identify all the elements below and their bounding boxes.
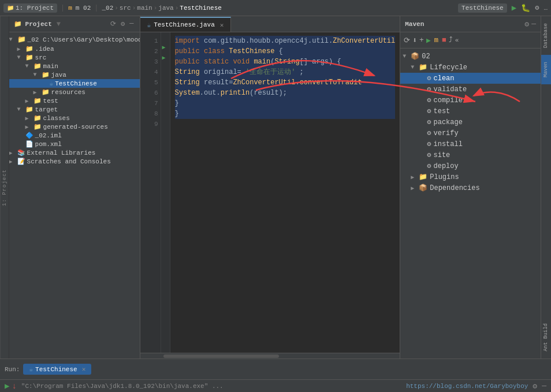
run-label: Run: xyxy=(5,366,20,373)
maven-item-plugins[interactable]: ▶ 📁 Plugins xyxy=(400,171,541,182)
toolbar-more[interactable]: … xyxy=(543,5,548,12)
spacer xyxy=(541,84,551,316)
maven-item-deploy[interactable]: ▶ ⚙ deploy xyxy=(400,160,541,171)
maven-add-icon[interactable]: + xyxy=(419,36,424,44)
arrow-icon: ▶ xyxy=(411,185,419,192)
editor-scrollbar[interactable] xyxy=(140,353,400,359)
arrow-src: ▼ xyxy=(17,54,25,61)
tree-label-testchinese: TestChinese xyxy=(55,80,97,87)
maven-minimize-icon[interactable]: — xyxy=(531,20,536,29)
project-panel-label[interactable]: 1: Project xyxy=(16,5,54,12)
maven-item-package[interactable]: ▶ ⚙ package xyxy=(400,117,541,128)
maven-jump-icon[interactable]: ⤴ xyxy=(449,36,453,44)
status-gear-icon[interactable]: ⚙ xyxy=(533,382,537,391)
maven-item-02[interactable]: ▼ 📦 02 xyxy=(400,51,541,62)
maven-title: Maven xyxy=(405,21,424,28)
gutter: ▶ ▶ xyxy=(161,32,170,353)
play-button[interactable]: ▶ xyxy=(5,381,9,391)
m02-label[interactable]: m 02 xyxy=(76,5,91,12)
java-tab-icon: ☕ xyxy=(147,21,151,29)
gear-icon-deploy: ⚙ xyxy=(427,162,431,170)
breadcrumb-main[interactable]: main xyxy=(137,5,152,12)
tree-item-testchinese[interactable]: ▶ ☕ TestChinese xyxy=(9,79,140,88)
maven-expand-icon[interactable]: « xyxy=(455,37,459,44)
maven-download-icon[interactable]: ⬇ xyxy=(412,36,417,45)
folder-icon: 📁 xyxy=(25,45,33,53)
maven-item-site[interactable]: ▶ ⚙ site xyxy=(400,150,541,160)
code-editor[interactable]: import com.github.houbb.opencc4j.util.Zh… xyxy=(170,32,400,353)
tree-label-generated: generated-sources xyxy=(43,124,108,130)
build-button[interactable]: ⚙ xyxy=(535,3,539,12)
maven-item-validate[interactable]: ▶ ⚙ validate xyxy=(400,84,541,95)
maven-stop-icon[interactable]: ■ xyxy=(442,36,446,44)
maven-header: Maven ⚙ — xyxy=(400,16,541,32)
minus-icon[interactable]: — xyxy=(128,19,135,29)
separator: | xyxy=(61,4,65,12)
status-minimize-icon[interactable]: — xyxy=(542,382,546,390)
tree-item-test[interactable]: ▶ 📁 test xyxy=(9,96,140,105)
close-tab-icon[interactable]: ✕ xyxy=(220,21,224,29)
maven-item-verify[interactable]: ▶ ⚙ verify xyxy=(400,128,541,139)
maven-item-test[interactable]: ▶ ⚙ test xyxy=(400,106,541,117)
arrow-icon: ▶ xyxy=(419,152,427,159)
arrow-res: ▶ xyxy=(33,89,42,96)
maven-side-tab[interactable]: Maven xyxy=(541,55,551,84)
maven-item-clean[interactable]: ▶ ⚙ clean xyxy=(400,73,541,84)
tree-item-iml[interactable]: ▶ 🔷 _02.iml xyxy=(9,131,140,140)
maven-label-02: 02 xyxy=(422,53,430,61)
maven-settings-icon[interactable]: ⚙ xyxy=(524,20,529,29)
tree-item-scratches[interactable]: ▶ 📝 Scratches and Consoles xyxy=(9,157,140,166)
tree-item-resources[interactable]: ▶ 📁 resources xyxy=(9,88,140,96)
sync-icon[interactable]: ⟳ xyxy=(109,19,117,29)
run-button[interactable]: ▶ xyxy=(512,3,516,13)
editor-tab-testchinese[interactable]: ☕ TestChinese.java ✕ xyxy=(140,17,232,32)
ant-build-tab[interactable]: Ant Build xyxy=(541,316,551,359)
maven-project-icon: 📦 xyxy=(411,52,419,61)
arrow-icon: ▶ xyxy=(419,97,427,104)
maven-label-install: install xyxy=(433,140,462,148)
run-target-selector[interactable]: TestChinese xyxy=(458,3,507,13)
maven-refresh-icon[interactable]: ⟳ xyxy=(404,36,410,45)
line-numbers: 1 2 3 4 5 6 7 8 9 xyxy=(140,32,161,353)
tree-item-target[interactable]: ▼ 📁 target xyxy=(9,105,140,114)
breadcrumb-testchinese[interactable]: TestChinese xyxy=(180,5,222,12)
editor-area: ☕ TestChinese.java ✕ 1 2 3 4 5 6 7 8 9 xyxy=(140,16,400,359)
project-indicator[interactable]: 📁 1: Project xyxy=(3,3,57,13)
settings-icon[interactable]: ⚙ xyxy=(120,19,126,29)
breadcrumb-java[interactable]: java xyxy=(158,5,173,12)
tree-item-classes[interactable]: ▶ 📁 classes xyxy=(9,114,140,122)
debug-button[interactable]: 🐛 xyxy=(521,3,530,13)
tree-label-src: src xyxy=(35,54,47,61)
project-sidebar-tab[interactable]: 1: Project xyxy=(0,16,9,359)
breadcrumb-02[interactable]: _02 xyxy=(102,5,113,12)
maven-item-compile[interactable]: ▶ ⚙ compile xyxy=(400,95,541,106)
tree-item-java[interactable]: ▼ 📁 java xyxy=(9,70,140,79)
blog-url[interactable]: https://blog.csdn.net/Garyboyboy xyxy=(406,383,528,390)
folder-icon: 📁 xyxy=(33,62,42,70)
stop-button[interactable]: ↓ xyxy=(12,382,16,391)
database-tab[interactable]: Database xyxy=(541,16,551,55)
arrow-generated: ▶ xyxy=(25,124,33,130)
editor-content: 1 2 3 4 5 6 7 8 9 ▶ ▶ xyxy=(140,32,400,353)
tree-label-main: main xyxy=(43,63,58,70)
arrow-icon: ▶ xyxy=(419,86,427,93)
tree-item-external[interactable]: ▶ 📚 External Libraries xyxy=(9,148,140,157)
maven-item-lifecycle[interactable]: ▼ 📁 Lifecycle xyxy=(400,62,541,73)
maven-item-install[interactable]: ▶ ⚙ install xyxy=(400,139,541,150)
tree-item-src[interactable]: ▼ 📁 src xyxy=(9,53,140,62)
gear-icon-compile: ⚙ xyxy=(427,96,431,104)
run-tab-close[interactable]: ✕ xyxy=(82,365,86,373)
run-tab-testchinese[interactable]: ☕ TestChinese ✕ xyxy=(23,364,91,375)
scrollbar-thumb[interactable] xyxy=(163,354,279,358)
tree-item-pom[interactable]: ▶ 📄 pom.xml xyxy=(9,140,140,148)
breadcrumb-src[interactable]: src xyxy=(120,5,131,12)
tree-item-main[interactable]: ▼ 📁 main xyxy=(9,62,140,70)
tree-item-root[interactable]: ▼ 📁 _02 C:\Users\Gary\Desktop\mood xyxy=(9,35,140,44)
arrow-icon: ▶ xyxy=(419,119,427,126)
maven-item-dependencies[interactable]: ▶ 📦 Dependencies xyxy=(400,182,541,193)
gear-icon-clean: ⚙ xyxy=(427,74,431,83)
tree-item-generated[interactable]: ▶ 📁 generated-sources xyxy=(9,122,140,131)
maven-run-icon[interactable]: ▶ xyxy=(426,36,431,45)
tree-item-idea[interactable]: ▶ 📁 .idea xyxy=(9,44,140,53)
arrow-tc: ▶ xyxy=(42,80,50,87)
